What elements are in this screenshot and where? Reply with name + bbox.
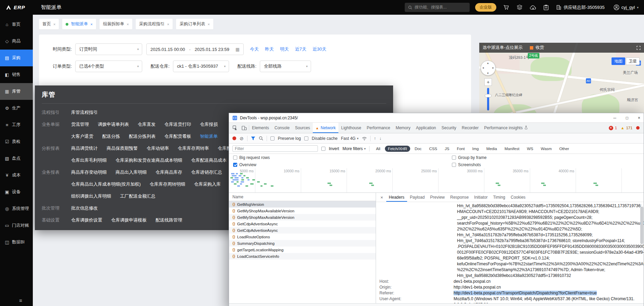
pill-Other[interactable]: Other [556,146,572,152]
mega-menu-link-配送分拣[interactable]: 配送分拣 [102,133,120,139]
pan-left-icon[interactable]: ◂ [482,66,484,69]
devtools-tab-Recorder[interactable]: Recorder [459,123,481,133]
network-conditions-icon[interactable] [362,136,367,141]
tab-首页[interactable]: 首页× [39,19,59,29]
mega-menu-link-仓库报损[interactable]: 仓库报损 [200,121,218,128]
sidebar-item-首页[interactable]: ⌂首页 [0,16,33,33]
mega-menu-link-仓库送货打印[interactable]: 仓库送货打印 [164,121,191,128]
request-row-GetCdpAdvertiseAsync[interactable]: {}GetCdpAdvertiseAsync [229,221,376,227]
mega-menu-link-配送分拣列表[interactable]: 配送分拣列表 [129,133,156,139]
invert-checkbox[interactable] [321,147,325,151]
mega-menu-link-仓库库存周转明细[interactable]: 仓库库存周转明细 [150,181,185,187]
details-tab-Cookies[interactable]: Cookies [508,193,528,202]
request-row-GetMyShopMaxAvailableVersion[interactable]: {}GetMyShopMaxAvailableVersion [229,208,376,214]
mega-menu-link-仓库直发[interactable]: 仓库直发 [138,121,156,128]
cloud-download-icon[interactable] [530,5,536,10]
zoom-slider-thumb[interactable] [485,94,492,97]
quick-link-近7天[interactable]: 近7天 [295,46,306,52]
mega-menu-link-仓库配货看板[interactable]: 仓库配货看板 [164,133,191,139]
request-row-GetMsgVersion[interactable]: {}GetMsgVersion [229,201,376,208]
pill-Font[interactable]: Font [454,146,468,152]
minimize-icon[interactable]: ─ [613,116,616,120]
close-tab-icon[interactable]: × [90,22,92,26]
sidebar-item-销售[interactable]: ◧销售 [0,66,33,83]
pill-Media[interactable]: Media [483,146,500,152]
pan-right-icon[interactable]: ▸ [492,66,494,69]
clipboard-icon[interactable] [544,4,549,10]
more-filters-button[interactable]: More filters ▾ [343,146,366,151]
pill-WS[interactable]: WS [524,146,536,152]
quick-link-近30天[interactable]: 近30天 [312,46,326,52]
devtools-tab-Elements[interactable]: Elements [249,123,272,133]
mega-menu-link-库管流程指引[interactable]: 库管流程指引 [71,109,98,116]
sidebar-item-成本[interactable]: ¥成本 [0,167,33,184]
org-switcher[interactable]: 供应链总部-3505935 [556,4,605,11]
sidebar-item-系统管理[interactable]: ◎系统管理 [0,200,33,217]
satellite-mode-button[interactable]: 卫星 [626,57,640,65]
expand-icon[interactable] [636,46,641,50]
mega-menu-link-工厂配送金额汇总[interactable]: 工厂配送金额汇总 [120,193,156,199]
devtools-tab-Network[interactable]: ▲Network [313,123,338,133]
request-row-GetMyShopMaxAvailableVersion[interactable]: {}GetMyShopMaxAvailableVersion [229,214,376,221]
throttling-select[interactable]: Fast 4G ▾ [341,136,358,141]
mega-menu-link-仓库配送商品成本[interactable]: 仓库配送商品成本 [191,157,227,163]
mega-menu-link-仓库采购入库[interactable]: 仓库采购入库 [194,181,221,187]
pan-up-icon[interactable]: ▴ [487,61,489,65]
mega-menu-link-仓库出库毛利明细[interactable]: 仓库出库毛利明细 [71,157,107,163]
network-filter-input[interactable]: Filter [232,145,318,152]
sidebar-item-设备[interactable]: ▣设备 [0,184,33,200]
pill-Img[interactable]: Img [469,146,482,152]
sidebar-item-数据BI[interactable]: ◫数据BI [0,234,33,251]
close-icon[interactable]: × [638,116,640,120]
devtools-tab-Console[interactable]: Console [272,123,292,133]
warning-count[interactable]: 171 [626,126,632,130]
mega-menu-link-仓库商品库存[interactable]: 仓库商品库存 [156,169,182,175]
details-tab-Response[interactable]: Response [447,193,471,202]
mega-menu-link-仓库调拨申请模板[interactable]: 仓库调拨申请模板 [111,217,147,223]
quick-link-昨天[interactable]: 昨天 [265,46,274,52]
tab-组装拆卸单[interactable]: 组装拆卸单× [99,19,132,29]
sidebar-item-采购[interactable]: ▤采购 [0,50,33,66]
maximize-icon[interactable]: □ [626,116,628,120]
details-tab-Payload[interactable]: Payload [407,193,427,202]
network-overview-timeline[interactable]: 5000 ms10000 ms15000 ms20000 ms25000 ms3… [229,168,644,193]
details-scrollbar[interactable] [640,207,643,244]
request-row-SummaryDispatching[interactable]: {}SummaryDispatching [229,240,376,247]
tab-采购订单列表[interactable]: 采购订单列表× [176,19,213,29]
zoom-in-button[interactable]: + [484,78,492,86]
close-tab-icon[interactable]: × [53,22,55,26]
route-select[interactable]: 全部线路 ▾ [260,61,311,72]
pill-Manifest[interactable]: Manifest [501,146,522,152]
pill-All[interactable]: All [373,146,384,152]
request-row-GetCdpAdvertiseAsync[interactable]: {}GetCdpAdvertiseAsync [229,227,376,234]
details-tab-Headers[interactable]: Headers [386,193,407,202]
disable-cache-checkbox[interactable] [304,136,308,141]
quick-link-明天[interactable]: 明天 [280,46,289,52]
big-request-rows-checkbox[interactable] [233,156,237,160]
user-menu[interactable]: cyj_gyl ▾ [614,4,639,10]
pill-Doc[interactable]: Doc [412,146,425,152]
global-search-input[interactable]: 搜功能、搜报表... [405,3,470,12]
request-row-getTargetLocationMapping[interactable]: {}getTargetLocationMapping [229,247,376,253]
sidebar-item-门店对账[interactable]: ▭门店对账 [0,217,33,234]
devtools-tab-Sources[interactable]: Sources [292,123,313,133]
details-tab-Initiator[interactable]: Initiator [471,193,490,202]
details-tab-Timing[interactable]: Timing [490,193,508,202]
pill-JS[interactable]: JS [442,146,452,152]
sidebar-item-质检[interactable]: ☑质检 [0,133,33,150]
sidebar-item-工序[interactable]: ≡工序 [0,117,33,133]
import-har-icon[interactable]: ↑ [374,136,376,141]
pill-Fetch/XHR[interactable]: Fetch/XHR [385,146,410,152]
error-count[interactable]: 1 [615,126,617,130]
close-details-icon[interactable]: × [377,195,386,200]
clear-icon[interactable]: ⊘ [240,136,244,141]
devtools-tab-Performance insights[interactable]: Performance insights [481,123,531,133]
mega-menu-link-仓库商品出入库成本明细(按月加权)[interactable]: 仓库商品出入库成本明细(按月加权) [71,181,141,187]
mega-menu-link-智能派单[interactable]: 智能派单 [200,133,218,139]
mega-menu-link-配送线路管理[interactable]: 配送线路管理 [156,217,182,223]
close-tab-icon[interactable]: × [207,22,210,26]
tab-智能派单[interactable]: 智能派单× [62,19,96,29]
screenshots-checkbox[interactable] [452,163,456,167]
order-type-select[interactable]: 已选4个类型 ▾ [75,61,142,72]
mega-menu-link-商品出入库明细[interactable]: 商品出入库明细 [116,169,147,175]
